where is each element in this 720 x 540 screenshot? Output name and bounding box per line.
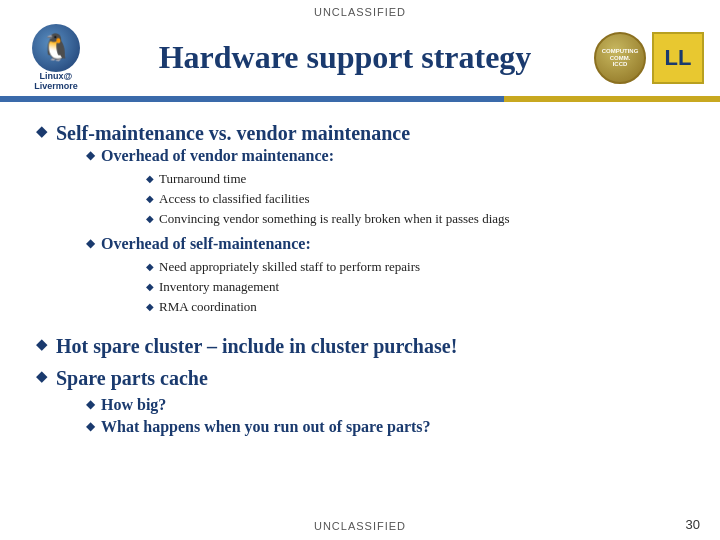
diamond-xs-1: ◆ (146, 173, 154, 184)
sub2-item-1-text: Need appropriately skilled staff to perf… (159, 258, 420, 276)
section1-label: Self-maintenance vs. vendor maintenance (56, 120, 510, 146)
sub1: ◆ Overhead of vendor maintenance: (86, 146, 510, 167)
diamond-xs-2: ◆ (146, 193, 154, 204)
linux-logo: 🐧 (32, 24, 80, 72)
sub1-item-3: ◆ Convincing vendor something is really … (146, 210, 510, 228)
sub2: ◆ Overhead of self-maintenance: (86, 234, 510, 255)
badge-logo: COMPUTINGCOMM.ICCD (594, 32, 646, 84)
diamond-xs-3: ◆ (146, 213, 154, 224)
section3-item-1: ◆ How big? (86, 395, 431, 416)
sub2-item-3: ◆ RMA coordination (146, 298, 510, 316)
section1: ◆ Self-maintenance vs. vendor maintenanc… (36, 120, 684, 323)
sub2-item-3-text: RMA coordination (159, 298, 257, 316)
sub1-label: Overhead of vendor maintenance: (101, 146, 334, 167)
page-number: 30 (686, 517, 700, 532)
sub1-item-2-text: Access to classified facilities (159, 190, 310, 208)
diamond-xs-s3-1: ◆ (86, 397, 95, 412)
logo-label: Linux@Livermore (34, 72, 78, 92)
ll-logo: LL (652, 32, 704, 84)
unclassified-top: UNCLASSIFIED (0, 0, 720, 20)
sub2-label: Overhead of self-maintenance: (101, 234, 311, 255)
sub1-item-1: ◆ Turnaround time (146, 170, 510, 188)
diamond-xs-s2-3: ◆ (146, 301, 154, 312)
sub2-item-1: ◆ Need appropriately skilled staff to pe… (146, 258, 510, 276)
diamond-icon-sub2: ◆ (86, 236, 95, 251)
section3-item-1-text: How big? (101, 395, 166, 416)
section3: ◆ Spare parts cache ◆ How big? ◆ What ha… (36, 365, 684, 441)
section3-label: Spare parts cache (56, 365, 431, 391)
diamond-icon-3: ◆ (36, 367, 48, 385)
unclassified-bottom: UNCLASSIFIED (0, 520, 720, 532)
section2-label: Hot spare cluster – include in cluster p… (56, 333, 457, 359)
page-title: Hardware support strategy (96, 39, 594, 76)
diamond-xs-s2-2: ◆ (146, 281, 154, 292)
sub2-item-2-text: Inventory management (159, 278, 279, 296)
diamond-icon-sub1: ◆ (86, 148, 95, 163)
diamond-icon-1: ◆ (36, 122, 48, 140)
sub1-item-2: ◆ Access to classified facilities (146, 190, 510, 208)
sub2-item-2: ◆ Inventory management (146, 278, 510, 296)
header: 🐧 Linux@Livermore Hardware support strat… (0, 20, 720, 96)
section3-item-2: ◆ What happens when you run out of spare… (86, 417, 431, 438)
logo-area: 🐧 Linux@Livermore (16, 24, 96, 92)
diamond-icon-2: ◆ (36, 335, 48, 353)
sub1-item-1-text: Turnaround time (159, 170, 246, 188)
section2: ◆ Hot spare cluster – include in cluster… (36, 333, 684, 359)
right-logos: COMPUTINGCOMM.ICCD LL (594, 32, 704, 84)
diamond-xs-s2-1: ◆ (146, 261, 154, 272)
section3-item-2-text: What happens when you run out of spare p… (101, 417, 431, 438)
penguin-icon: 🐧 (40, 35, 72, 61)
content: ◆ Self-maintenance vs. vendor maintenanc… (0, 102, 720, 460)
diamond-xs-s3-2: ◆ (86, 419, 95, 434)
sub1-item-3-text: Convincing vendor something is really br… (159, 210, 510, 228)
